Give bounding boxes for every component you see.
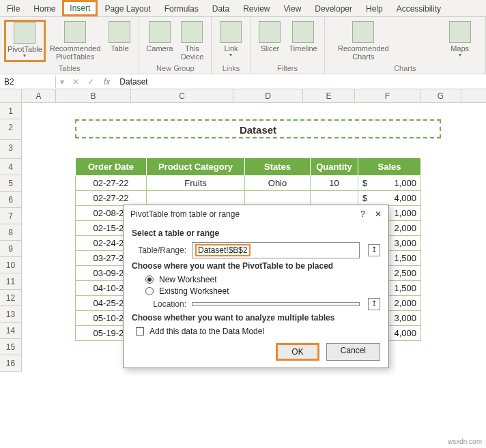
name-box[interactable]: B2	[0, 76, 56, 88]
tab-formulas[interactable]: Formulas	[158, 1, 205, 16]
dialog-close-button[interactable]: ✕	[375, 209, 382, 219]
tab-home[interactable]: Home	[27, 1, 62, 16]
camera-button[interactable]: Camera	[143, 20, 175, 62]
chart-type-icon[interactable]	[395, 42, 408, 53]
table-header: Product Category	[147, 158, 245, 176]
watermark: wsxdn.com	[448, 438, 482, 445]
tab-view[interactable]: View	[277, 1, 309, 16]
location-collapse-button[interactable]: ↥	[368, 298, 380, 310]
table-cell[interactable]: Fruits	[147, 176, 245, 191]
existing-worksheet-radio[interactable]	[145, 287, 154, 295]
col-header-C[interactable]: C	[131, 89, 233, 102]
timeline-icon	[292, 21, 314, 43]
tab-developer[interactable]: Developer	[308, 1, 359, 16]
table-header: Order Date	[76, 158, 147, 176]
col-header-E[interactable]: E	[303, 89, 355, 102]
dialog-titlebar: PivotTable from table or range ? ✕	[124, 205, 388, 223]
tab-file[interactable]: File	[0, 1, 27, 16]
add-to-model-label: Add this data to the Data Model	[149, 327, 264, 336]
table-row[interactable]: 02-27-22$4,000	[76, 191, 421, 206]
section-multiple-tables: Choose whether you want to analyze multi…	[132, 313, 380, 323]
row-header-8[interactable]: 8	[0, 224, 22, 241]
table-cell[interactable]: 02-27-22	[76, 176, 147, 191]
select-all-button[interactable]	[0, 89, 22, 102]
group-tables: PivotTable▾ Recommended PivotTables Tabl…	[0, 17, 139, 74]
row-header-7[interactable]: 7	[0, 208, 22, 224]
recommended-charts-button[interactable]: Recommended Charts	[335, 20, 392, 62]
row-header-3[interactable]: 3	[0, 140, 22, 159]
chart-type-icon[interactable]	[411, 42, 425, 53]
table-header: Sales	[358, 158, 421, 176]
tab-insert[interactable]: Insert	[62, 0, 98, 16]
device-icon	[181, 21, 203, 43]
table-icon	[64, 21, 86, 43]
maps-button[interactable]: Maps▾	[445, 20, 475, 62]
namebox-dropdown-icon[interactable]: ▾	[56, 77, 68, 87]
cancel-button[interactable]: Cancel	[326, 343, 380, 361]
tab-page-layout[interactable]: Page Layout	[98, 1, 157, 16]
recommended-pivottables-button[interactable]: Recommended PivotTables	[47, 20, 104, 62]
dialog-help-button[interactable]: ?	[360, 209, 365, 219]
row-header-14[interactable]: 14	[0, 323, 22, 339]
slicer-button[interactable]: Slicer	[255, 20, 285, 54]
cancel-icon[interactable]: ✕	[68, 77, 83, 87]
location-label: Location:	[132, 299, 186, 309]
table-icon	[109, 21, 130, 43]
col-header-F[interactable]: F	[355, 89, 420, 102]
add-to-model-checkbox[interactable]	[136, 327, 144, 335]
row-header-12[interactable]: 12	[0, 290, 22, 306]
this-device-button[interactable]: This Device	[177, 20, 207, 62]
row-header-13[interactable]: 13	[0, 306, 22, 323]
col-header-G[interactable]: G	[420, 89, 461, 102]
row-header-1[interactable]: 1	[0, 103, 22, 119]
chart-type-icon[interactable]	[411, 21, 425, 32]
col-header-D[interactable]: D	[233, 89, 303, 102]
col-header-A[interactable]: A	[22, 89, 56, 102]
table-row[interactable]: 02-27-22FruitsOhio10$1,000	[76, 176, 421, 191]
location-input[interactable]	[192, 302, 360, 306]
enter-icon[interactable]: ✓	[83, 77, 98, 87]
row-header-16[interactable]: 16	[0, 355, 22, 372]
table-cell[interactable]: $4,000	[358, 191, 421, 206]
row-header-6[interactable]: 6	[0, 192, 22, 208]
row-header-4[interactable]: 4	[0, 159, 22, 175]
row-header-9[interactable]: 9	[0, 241, 22, 257]
row-header-10[interactable]: 10	[0, 257, 22, 273]
tab-help[interactable]: Help	[359, 1, 390, 16]
table-header: States	[245, 158, 311, 176]
row-header-2[interactable]: 2	[0, 119, 22, 140]
table-cell[interactable]: $1,000	[358, 176, 421, 191]
table-cell[interactable]	[311, 191, 358, 206]
tab-data[interactable]: Data	[205, 1, 236, 16]
pivottable-icon	[14, 22, 35, 44]
dataset-title-cell[interactable]: Dataset	[75, 119, 441, 138]
row-header-11[interactable]: 11	[0, 273, 22, 290]
formula-input[interactable]: Dataset	[115, 77, 152, 87]
tab-accessibility[interactable]: Accessibility	[390, 1, 448, 16]
tab-review[interactable]: Review	[236, 1, 276, 16]
pivottable-dialog: PivotTable from table or range ? ✕ Selec…	[123, 205, 389, 368]
row-header-5[interactable]: 5	[0, 175, 22, 192]
table-range-input[interactable]: Dataset!$B$2	[192, 242, 360, 258]
chart-type-icon[interactable]	[427, 42, 441, 53]
row-header-15[interactable]: 15	[0, 339, 22, 355]
table-cell[interactable]: 02-27-22	[76, 191, 147, 206]
table-button[interactable]: Table	[104, 20, 134, 62]
link-button[interactable]: Link▾	[216, 20, 246, 60]
table-cell[interactable]	[245, 191, 311, 206]
timeline-button[interactable]: Timeline	[286, 20, 319, 54]
table-cell[interactable]	[147, 191, 245, 206]
ok-button[interactable]: OK	[276, 343, 319, 361]
table-cell[interactable]: Ohio	[245, 176, 311, 191]
fx-icon[interactable]: fx	[98, 77, 115, 87]
ribbon: PivotTable▾ Recommended PivotTables Tabl…	[0, 17, 486, 74]
new-worksheet-radio[interactable]	[145, 275, 154, 284]
col-header-B[interactable]: B	[56, 89, 131, 102]
pivottable-button[interactable]: PivotTable▾	[4, 20, 46, 62]
chart-type-icon[interactable]	[427, 21, 441, 32]
group-label-links: Links	[223, 63, 240, 72]
chart-type-icon[interactable]	[395, 21, 408, 32]
link-icon	[220, 21, 242, 43]
range-collapse-button[interactable]: ↥	[368, 244, 380, 256]
table-cell[interactable]: 10	[311, 176, 358, 191]
